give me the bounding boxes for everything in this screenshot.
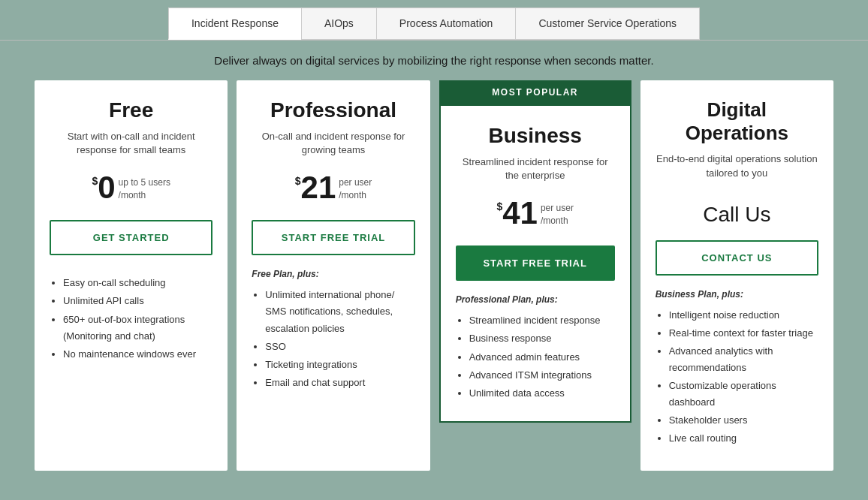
list-item: Advanced analytics with recommendations — [669, 343, 818, 376]
tab-process-automation[interactable]: Process Automation — [376, 8, 516, 40]
business-price-amount: 41 — [502, 197, 538, 229]
list-item: Advanced admin features — [469, 349, 615, 366]
professional-price-block: $ 21 per user /month — [252, 172, 414, 206]
list-item: Stakeholder users — [669, 412, 818, 429]
list-item: No maintenance windows ever — [63, 346, 212, 363]
professional-plan-name: Professional — [252, 98, 414, 122]
list-item: Business response — [469, 330, 615, 347]
tabs-bar: Incident Response AIOps Process Automati… — [0, 0, 868, 40]
digital-operations-cta-button[interactable]: CONTACT US — [656, 240, 818, 276]
digital-operations-plan-card: Digital Operations End-to-end digital op… — [640, 80, 833, 471]
page-subtitle: Deliver always on digital services by mo… — [0, 41, 868, 80]
professional-price-amount: 21 — [301, 172, 336, 203]
tab-incident-response[interactable]: Incident Response — [168, 8, 301, 40]
list-item: Unlimited API calls — [63, 293, 212, 309]
business-price-per: per user /month — [541, 202, 574, 227]
free-price-symbol: $ — [92, 175, 98, 187]
tab-customer-service[interactable]: Customer Service Operations — [515, 8, 700, 40]
list-item: Intelligent noise reduction — [669, 307, 818, 324]
business-price-block: $ 41 per user /month — [456, 197, 615, 232]
list-item: Real-time context for faster triage — [669, 325, 818, 342]
business-price-symbol: $ — [496, 200, 502, 212]
list-item: Customizable operations dashboard — [669, 378, 818, 411]
digital-operations-plan-label: Business Plan, plus: — [656, 289, 818, 300]
free-plan-card: Free Start with on-call and incident res… — [35, 80, 228, 471]
digital-operations-plan-description: End-to-end digital operations solution t… — [656, 152, 818, 179]
professional-price-per: per user /month — [339, 176, 372, 202]
business-plan-label: Professional Plan, plus: — [456, 294, 615, 305]
free-price-block: $ 0 up to 5 users /month — [50, 172, 212, 206]
tab-aiops[interactable]: AIOps — [301, 8, 376, 40]
list-item: Easy on-call scheduling — [63, 275, 212, 291]
professional-plan-description: On-call and incident response for growin… — [252, 130, 414, 157]
digital-operations-plan-name: Digital Operations — [656, 98, 818, 145]
free-cta-button[interactable]: GET STARTED — [50, 220, 212, 255]
most-popular-banner: MOST POPULAR — [439, 80, 631, 104]
list-item: Unlimited international phone/ SMS notif… — [265, 287, 414, 336]
list-item: Advanced ITSM integrations — [469, 367, 615, 384]
business-cta-button[interactable]: START FREE TRIAL — [456, 245, 615, 281]
business-plan-description: Streamlined incident response for the en… — [456, 155, 615, 182]
digital-operations-call-us: Call Us — [656, 203, 818, 227]
digital-operations-features-list: Intelligent noise reduction Real-time co… — [656, 307, 818, 449]
free-plan-name: Free — [50, 98, 212, 122]
list-item: Streamlined incident response — [469, 312, 615, 329]
free-price-amount: 0 — [98, 172, 115, 203]
business-plan-name: Business — [456, 124, 615, 148]
pricing-cards: Free Start with on-call and incident res… — [0, 80, 868, 493]
list-item: Live call routing — [669, 430, 818, 447]
list-item: Ticketing integrations — [265, 357, 414, 373]
free-plan-description: Start with on-call and incident response… — [50, 130, 212, 157]
professional-cta-button[interactable]: START FREE TRIAL — [252, 220, 414, 255]
business-features-list: Streamlined incident response Business r… — [456, 312, 615, 402]
list-item: Unlimited data access — [469, 385, 615, 402]
free-price-per: up to 5 users /month — [119, 176, 170, 202]
free-features-list: Easy on-call scheduling Unlimited API ca… — [50, 275, 212, 363]
professional-plan-label: Free Plan, plus: — [252, 269, 414, 279]
professional-features-list: Unlimited international phone/ SMS notif… — [252, 287, 414, 393]
business-plan-card: Business Streamlined incident response f… — [439, 104, 631, 423]
list-item: 650+ out-of-box integrations (Monitoring… — [63, 312, 212, 345]
professional-plan-card: Professional On-call and incident respon… — [237, 80, 429, 471]
professional-price-symbol: $ — [295, 175, 301, 187]
list-item: SSO — [265, 339, 414, 355]
business-plan-wrapper: MOST POPULAR Business Streamlined incide… — [439, 80, 631, 423]
list-item: Email and chat support — [265, 375, 414, 391]
